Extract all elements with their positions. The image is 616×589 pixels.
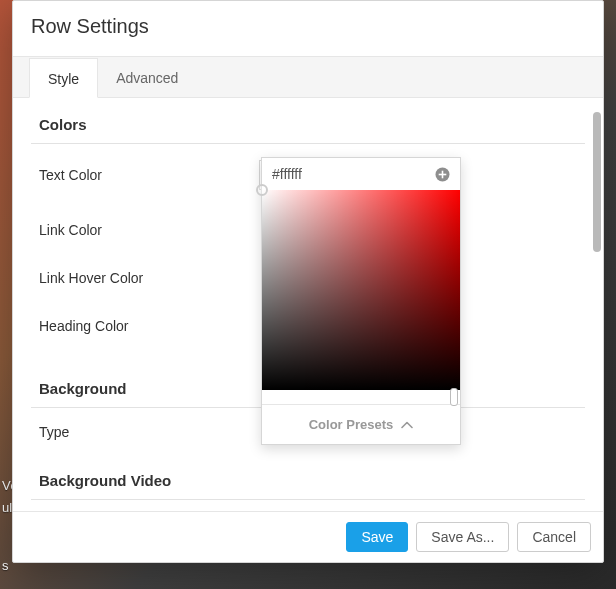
label-text-color: Text Color xyxy=(39,167,259,183)
section-colors-title: Colors xyxy=(31,110,585,143)
saturation-value-area[interactable] xyxy=(262,190,460,390)
presets-label: Color Presets xyxy=(309,417,394,432)
label-link-hover-color: Link Hover Color xyxy=(39,270,259,286)
scrollbar-thumb xyxy=(593,112,601,252)
hue-slider[interactable] xyxy=(262,390,460,404)
section-background-video-title: Background Video xyxy=(31,466,585,499)
modal-footer: Save Save As... Cancel xyxy=(13,511,603,562)
modal-header: Row Settings xyxy=(13,1,603,56)
cancel-button[interactable]: Cancel xyxy=(517,522,591,552)
modal-title: Row Settings xyxy=(31,15,585,38)
sv-cursor xyxy=(256,184,268,196)
hue-thumb xyxy=(450,388,458,406)
divider xyxy=(31,499,585,500)
svg-rect-2 xyxy=(439,173,447,175)
save-as-button[interactable]: Save As... xyxy=(416,522,509,552)
tab-style[interactable]: Style xyxy=(29,58,98,98)
row-settings-modal: Row Settings Style Advanced Colors Text … xyxy=(12,0,604,563)
label-link-color: Link Color xyxy=(39,222,259,238)
chevron-up-icon xyxy=(401,421,413,429)
save-button[interactable]: Save xyxy=(346,522,408,552)
add-preset-button[interactable] xyxy=(435,167,450,182)
plus-circle-icon xyxy=(435,167,450,182)
scrollbar[interactable] xyxy=(591,98,603,511)
color-picker-header xyxy=(262,158,460,190)
tab-advanced[interactable]: Advanced xyxy=(98,58,196,98)
color-picker-popover: Color Presets xyxy=(261,157,461,445)
label-type: Type xyxy=(39,424,259,440)
hex-input[interactable] xyxy=(272,166,372,182)
color-presets-toggle[interactable]: Color Presets xyxy=(262,404,460,444)
modal-tabs: Style Advanced xyxy=(13,56,603,98)
modal-body: Colors Text Color × Link Color Link Hove… xyxy=(13,98,603,511)
label-heading-color: Heading Color xyxy=(39,318,259,334)
